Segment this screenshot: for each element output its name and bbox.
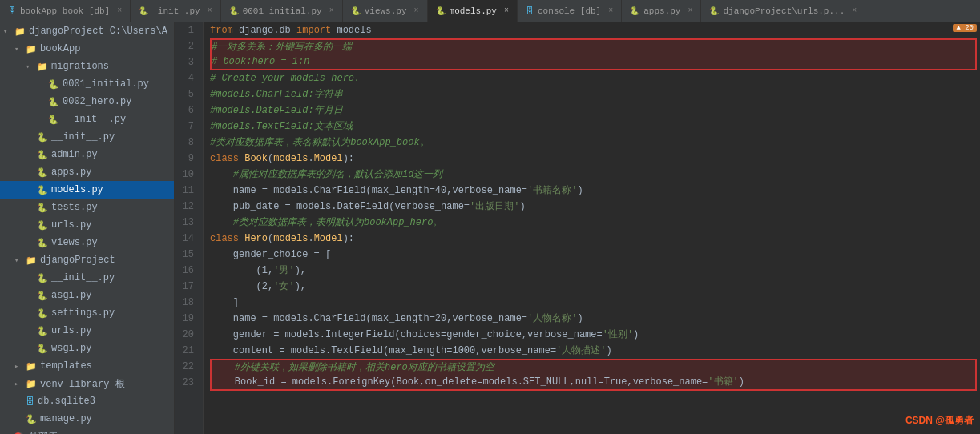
sidebar-label-django_project: djangoProject [40, 255, 115, 266]
token: gender = models.IntegerField(choices=gen… [210, 327, 522, 343]
sidebar-label-templates: templates [40, 360, 92, 372]
tab-django_urls[interactable]: 🐍djangoProject\urls.p...× [701, 0, 865, 22]
code-line-1: from django.db import models [210, 22, 977, 38]
code-line-6: #models.DateField:年月日 [210, 102, 977, 119]
line-num-3: 3 [175, 54, 198, 70]
sidebar-item-admin[interactable]: 🐍admin.py [0, 146, 174, 163]
token: '性别' [603, 327, 633, 343]
sidebar-item-django-root[interactable]: ▾📁djangoProject C:\Users\A [0, 22, 174, 40]
tab-label-init_py: _init_.py [152, 6, 200, 16]
sidebar-label-asgi: asgi.py [51, 290, 91, 301]
line-num-6: 6 [175, 102, 198, 119]
tab-icon-apps_py: 🐍 [630, 6, 639, 16]
sidebar-item-manage[interactable]: 🐍manage.py [0, 410, 174, 428]
sidebar-item-migrations[interactable]: ▾📁migrations [0, 58, 174, 75]
arrow-django_project: ▾ [14, 256, 26, 265]
code-line-20: gender = models.IntegerField(choices=gen… [210, 327, 977, 343]
tab-book_db[interactable]: 🗄bookApp_book [db]× [0, 0, 131, 22]
tab-close-views_py[interactable]: × [414, 6, 419, 15]
tab-models_py[interactable]: 🐍models.py× [428, 0, 518, 22]
sidebar-item-db_sqlite3[interactable]: 🗄db.sqlite3 [0, 392, 174, 410]
token: #models.TextField:文本区域 [210, 119, 353, 135]
sidebar-item-django_project[interactable]: ▾📁djangoProject [0, 251, 174, 269]
token: ( [268, 231, 273, 247]
sidebar-item-0002_hero[interactable]: 🐍0002_hero.py [0, 93, 174, 111]
sidebar-label-bookapp: bookApp [40, 43, 80, 54]
sidebar-item-settings[interactable]: 🐍settings.py [0, 304, 174, 322]
token: ), [295, 279, 306, 295]
file-icon-tests: 🐍 [37, 203, 48, 213]
code-line-9: class Book(models.Model): [210, 151, 977, 167]
sidebar-item-venv[interactable]: ▸📁venv library 根 [0, 375, 174, 392]
sidebar-item-bookapp[interactable]: ▾📁bookApp [0, 40, 174, 58]
token: #models.DateField:年月日 [210, 102, 343, 119]
file-icon-venv: 📁 [26, 379, 37, 389]
line-num-17: 17 [175, 279, 198, 295]
tab-close-models_py[interactable]: × [504, 6, 509, 15]
sidebar-item-external[interactable]: ▸📚外部库 [0, 428, 174, 434]
code-line-3: # book:hero = 1:n [210, 54, 977, 70]
token: '人物名称' [527, 311, 577, 327]
token: import [296, 22, 331, 38]
tab-close-console_db[interactable]: × [608, 6, 613, 15]
tab-console_db[interactable]: 🗄console [db]× [518, 0, 622, 22]
code-line-4: # Create your models here. [210, 70, 977, 86]
code-line-2: #一对多关系：外键写在多的一端 [210, 38, 977, 54]
tab-views_py[interactable]: 🐍views.py× [343, 0, 428, 22]
sidebar-item-templates[interactable]: ▸📁templates [0, 357, 174, 375]
sidebar-label-models: models.py [51, 184, 103, 195]
file-icon-models: 🐍 [37, 185, 48, 195]
token: verbose_name= [452, 311, 527, 327]
token: django.db [233, 22, 296, 38]
tab-icon-init_py: 🐍 [139, 6, 148, 16]
line-num-23: 23 [175, 375, 198, 391]
token: , [268, 263, 273, 279]
line-num-8: 8 [175, 135, 198, 151]
sidebar-item-tests[interactable]: 🐍tests.py [0, 199, 174, 216]
tab-initial[interactable]: 🐍0001_initial.py× [221, 0, 343, 22]
sidebar-item-urls[interactable]: 🐍urls.py [0, 216, 174, 234]
main-layout: ▾📁djangoProject C:\Users\A▾📁bookApp▾📁mig… [0, 22, 980, 434]
sidebar-label-init_migrations: __init__.py [63, 114, 126, 125]
token: ), [295, 263, 306, 279]
sidebar-item-models[interactable]: 🐍models.py [0, 181, 174, 199]
warning-badge: ▲ 20 [953, 24, 977, 32]
tab-label-console_db: console [db] [538, 6, 601, 16]
tab-label-book_db: bookApp_book [db] [20, 6, 110, 16]
sidebar-item-init_bookapp[interactable]: 🐍__init__.py [0, 128, 174, 146]
tab-close-apps_py[interactable]: × [688, 6, 692, 15]
editor[interactable]: 1234567891011121314151617181920212223 fr… [175, 22, 980, 434]
tab-label-apps_py: apps.py [643, 6, 680, 16]
sidebar-item-init_django[interactable]: 🐍__init__.py [0, 269, 174, 287]
sidebar-item-0001_initial[interactable]: 🐍0001_initial.py [0, 75, 174, 93]
file-icon-admin: 🐍 [37, 150, 48, 160]
sidebar-item-wsgi[interactable]: 🐍wsgi.py [0, 340, 174, 357]
sidebar-label-init_django: __init__.py [51, 272, 115, 283]
token: (2 [210, 279, 268, 295]
tab-close-init_py[interactable]: × [208, 6, 212, 15]
sidebar-item-init_migrations[interactable]: 🐍__init__.py [0, 111, 174, 128]
sidebar-item-views[interactable]: 🐍views.py [0, 234, 174, 251]
code-line-23: Book_id = models.ForeignKey(Book,on_dele… [210, 375, 977, 391]
tab-close-initial[interactable]: × [329, 6, 334, 15]
code-line-16: (1,'男'), [210, 263, 977, 279]
tab-close-django_urls[interactable]: × [852, 6, 857, 15]
code-line-14: class Hero(models.Model): [210, 231, 977, 247]
code-line-21: content = models.TextField(max_length=10… [210, 343, 977, 359]
token: #类对应数据库表，表明默认为bookApp_hero。 [210, 215, 442, 231]
token: , [627, 374, 633, 390]
sidebar-label-views: views.py [51, 237, 98, 248]
token: , [268, 279, 273, 295]
code-line-12: pub_date = models.DateField(verbose_name… [210, 199, 977, 215]
sidebar-item-apps[interactable]: 🐍apps.py [0, 163, 174, 181]
line-num-15: 15 [175, 247, 198, 263]
tab-apps_py[interactable]: 🐍apps.py× [622, 0, 701, 22]
tab-init_py[interactable]: 🐍_init_.py× [131, 0, 220, 22]
file-icon-urls: 🐍 [37, 220, 48, 231]
token: . [308, 231, 313, 247]
tab-close-book_db[interactable]: × [117, 6, 122, 15]
sidebar-item-asgi[interactable]: 🐍asgi.py [0, 287, 174, 304]
sidebar-label-migrations: migrations [51, 61, 109, 72]
sidebar-label-0002_hero: 0002_hero.py [63, 96, 131, 107]
sidebar-item-urls_django[interactable]: 🐍urls.py [0, 322, 174, 340]
